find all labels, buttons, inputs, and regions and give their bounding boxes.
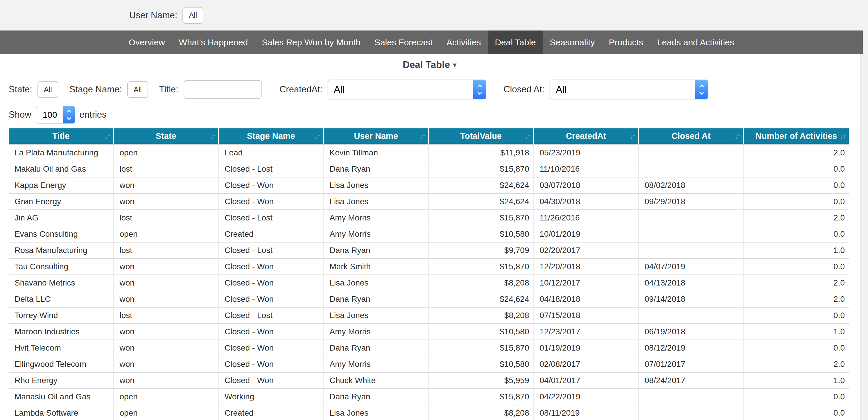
tab-activities[interactable]: Activities — [439, 31, 488, 54]
sort-icon: ↓↑ — [419, 132, 425, 140]
table-row: Grøn EnergywonClosed - WonLisa Jones$24,… — [9, 194, 849, 210]
cell-title: Kappa Energy — [9, 177, 114, 194]
tab-products[interactable]: Products — [602, 31, 650, 54]
column-header-totalvalue[interactable]: TotalValue↓↑ — [429, 128, 534, 145]
cell-closed-at — [639, 210, 744, 226]
title-label: Title: — [159, 84, 178, 95]
cell-stage-name: Closed - Lost — [219, 308, 324, 324]
cell-state: open — [114, 145, 219, 161]
column-header-label: TotalValue — [460, 131, 502, 140]
cell-stage-name: Closed - Won — [219, 275, 324, 291]
cell-totalvalue: $24,624 — [429, 291, 534, 308]
page-size-select[interactable]: 100 — [36, 106, 75, 124]
user-name-filter[interactable]: All — [182, 7, 203, 24]
tab-what-s-happened[interactable]: What's Happened — [172, 31, 255, 54]
tab-leads-and-activities[interactable]: Leads and Activities — [650, 31, 741, 54]
cell-stage-name: Closed - Won — [219, 259, 324, 275]
cell-user-name: Lisa Jones — [324, 405, 429, 420]
user-name-label: User Name: — [129, 10, 177, 21]
state-filter[interactable]: All — [37, 81, 58, 98]
column-header-stage-name[interactable]: Stage Name↓↑ — [219, 128, 324, 145]
cell-state: won — [114, 324, 219, 340]
cell-stage-name: Closed - Won — [219, 194, 324, 210]
table-row: Tau ConsultingwonClosed - WonMark Smith$… — [9, 259, 849, 275]
title-input[interactable] — [184, 80, 262, 99]
table-row: Manaslu Oil and GasopenWorkingDana Ryan$… — [9, 389, 849, 405]
stage-name-filter[interactable]: All — [127, 81, 148, 98]
cell-createdat: 03/07/2018 — [534, 177, 639, 194]
sort-down-arrow-icon: ↓ — [314, 132, 317, 140]
cell-createdat: 02/20/2017 — [534, 243, 639, 259]
column-header-label: CreatedAt — [566, 131, 606, 140]
column-header-user-name[interactable]: User Name↓↑ — [324, 128, 429, 145]
tab-deal-table[interactable]: Deal Table — [488, 31, 542, 54]
cell-closed-at — [639, 405, 744, 420]
column-header-closed-at[interactable]: Closed At↓↑ — [639, 128, 744, 145]
chevron-down-icon — [477, 90, 482, 95]
closed-at-select[interactable]: All — [550, 79, 708, 99]
cell-createdat: 04/22/2019 — [534, 389, 639, 405]
select-spinner-icon — [63, 106, 75, 124]
cell-createdat: 07/15/2018 — [534, 308, 639, 324]
tab-overview[interactable]: Overview — [122, 31, 172, 54]
cell-state: won — [114, 194, 219, 210]
tab-sales-forecast[interactable]: Sales Forecast — [368, 31, 439, 54]
column-header-createdat[interactable]: CreatedAt↓↑ — [534, 128, 639, 145]
table-header-row: Title↓↑State↓↑Stage Name↓↑User Name↓↑Tot… — [9, 128, 849, 145]
cell-state: lost — [114, 161, 219, 177]
sort-icon: ↓↑ — [840, 132, 845, 140]
tab-sales-rep-won-by-month[interactable]: Sales Rep Won by Month — [255, 31, 368, 54]
table-row: Rho EnergywonClosed - WonChuck White$5,9… — [9, 373, 849, 389]
cell-title: Grøn Energy — [9, 194, 114, 210]
page-size-value: 100 — [36, 110, 57, 120]
cell-createdat: 10/12/2017 — [534, 275, 639, 291]
page-heading[interactable]: Deal Table▾ — [0, 59, 859, 70]
column-header-label: Closed At — [672, 131, 711, 140]
column-header-number-of-activities[interactable]: Number of Activities↓↑ — [744, 128, 849, 145]
entries-label: entries — [80, 109, 106, 120]
column-header-state[interactable]: State↓↑ — [114, 128, 219, 145]
table-row: Delta LLCwonClosed - WonDana Ryan$24,624… — [9, 291, 849, 308]
cell-user-name: Dana Ryan — [324, 340, 429, 356]
cell-title: Maroon Industries — [9, 324, 114, 340]
cell-state: won — [114, 275, 219, 291]
cell-user-name: Dana Ryan — [324, 243, 429, 259]
table-row: Kappa EnergywonClosed - WonLisa Jones$24… — [9, 177, 849, 194]
cell-stage-name: Closed - Won — [219, 291, 324, 308]
vertical-scrollbar[interactable] — [860, 54, 868, 420]
cell-state: lost — [114, 210, 219, 226]
cell-stage-name: Created — [219, 226, 324, 243]
table-row: Makalu Oil and GaslostClosed - LostDana … — [9, 161, 849, 177]
cell-number-of-activities: 0.0 — [744, 226, 849, 243]
cell-closed-at — [639, 389, 744, 405]
table-row: La Plata ManufacturingopenLeadKevin Till… — [9, 145, 849, 161]
entries-row: Show 100 entries — [9, 106, 868, 124]
cell-title: Jin AG — [9, 210, 114, 226]
cell-title: Tau Consulting — [9, 259, 114, 275]
sort-up-arrow-icon: ↑ — [317, 132, 320, 140]
cell-stage-name: Closed - Lost — [219, 210, 324, 226]
sort-up-arrow-icon: ↑ — [843, 132, 846, 140]
cell-state: won — [114, 373, 219, 389]
tab-seasonality[interactable]: Seasonality — [543, 31, 602, 54]
cell-createdat: 04/18/2018 — [534, 291, 639, 308]
cell-closed-at: 09/29/2018 — [639, 194, 744, 210]
state-label: State: — [9, 84, 32, 95]
createdat-select[interactable]: All — [328, 79, 486, 99]
cell-createdat: 02/08/2017 — [534, 356, 639, 373]
sort-up-arrow-icon: ↑ — [737, 132, 740, 140]
cell-user-name: Mark Smith — [324, 259, 429, 275]
cell-title: Torrey Wind — [9, 308, 114, 324]
cell-number-of-activities: 0.0 — [744, 194, 849, 210]
deal-table: Title↓↑State↓↑Stage Name↓↑User Name↓↑Tot… — [9, 128, 849, 420]
cell-title: Rosa Manufacturing — [9, 243, 114, 259]
column-header-title[interactable]: Title↓↑ — [9, 128, 114, 145]
chevron-up-icon — [700, 84, 704, 89]
cell-createdat: 11/26/2016 — [534, 210, 639, 226]
cell-createdat: 08/11/2019 — [534, 405, 639, 420]
closed-at-label: Closed At: — [503, 84, 545, 95]
cell-number-of-activities: 1.0 — [744, 373, 849, 389]
cell-state: won — [114, 340, 219, 356]
cell-stage-name: Lead — [219, 145, 324, 161]
sort-icon: ↓↑ — [104, 132, 110, 140]
